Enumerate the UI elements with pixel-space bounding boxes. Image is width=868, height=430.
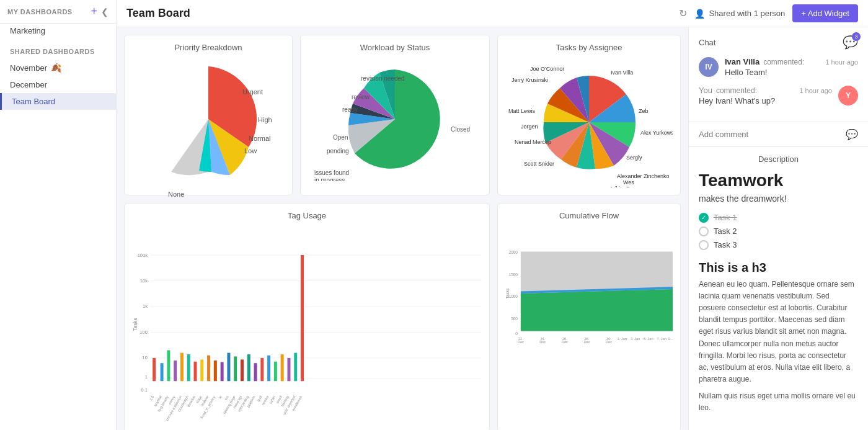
right-panel: Chat 💬 3 IV Ivan Villa commented: 1 hour…	[688, 27, 868, 430]
message-text-you: Hey Ivan! What's up?	[699, 96, 832, 105]
description-section: Description Teamwork makes the dreamwork…	[689, 147, 868, 430]
add-widget-button[interactable]: + Add Widget	[792, 4, 858, 22]
my-dashboards-label: MY DASHBOARDS	[7, 8, 73, 16]
send-icon[interactable]: 💬	[846, 128, 858, 140]
tag-bar-svg: 100k 10k 1k 100 10 1 0.1 Tasks	[132, 225, 482, 424]
bar-canny	[174, 361, 177, 381]
add-dashboard-icon[interactable]: +	[91, 5, 97, 18]
jerry-label: Jerry Krusinski	[512, 77, 548, 83]
task-check-2	[699, 226, 709, 236]
high-label: High	[258, 116, 272, 123]
november-emoji: 🍂	[51, 63, 61, 73]
matt-label: Matt Lewis	[508, 108, 536, 114]
header: Team Board ↻ 👤 Shared with 1 person + Ad…	[117, 0, 868, 27]
assignee-pie-svg: Ivan Villa Zeb Alex Yurkowski Alexander …	[505, 57, 673, 187]
bar-cloud	[187, 354, 190, 381]
flow-title: Cumulative Flow	[505, 211, 673, 220]
bar-fixed	[214, 361, 217, 381]
xl-ie: ie	[218, 395, 223, 400]
normal-label: Normal	[249, 135, 270, 142]
bar-chrome	[180, 353, 184, 382]
y-100k: 100k	[138, 253, 148, 258]
collapse-sidebar-icon[interactable]: ❮	[101, 7, 108, 17]
urgent-label: Urgent	[242, 88, 263, 96]
green-area	[521, 289, 673, 331]
bar-bug	[167, 350, 170, 381]
x-1jan: 1. Jan	[618, 337, 627, 341]
low-label: Low	[244, 147, 257, 155]
task-label-2: Task 2	[714, 226, 737, 236]
y-10k: 10k	[140, 278, 148, 284]
inprogress-label: in progress	[314, 177, 345, 181]
header-right: ↻ 👤 Shared with 1 person + Add Widget	[679, 4, 858, 22]
y-1: 1	[145, 374, 148, 380]
message-time-ivan: 1 hour ago	[825, 58, 858, 66]
sidebar-item-november[interactable]: November 🍂	[0, 59, 116, 76]
description-paragraph2: Nullam quis risus eget urna mollis ornar…	[699, 390, 858, 414]
priority-pie-svg: Urgent High Normal Low None	[134, 57, 283, 181]
flow-svg: 2000 1500 1000 500 0 Tasks 22.	[505, 225, 673, 362]
tag-chart: 100k 10k 1k 100 10 1 0.1 Tasks	[132, 225, 482, 424]
workload-pie-svg: Closed issues found in progress pending …	[308, 57, 482, 181]
sergly-label: Sergly	[626, 155, 642, 161]
bar-platform	[254, 363, 257, 381]
bar-safari	[274, 362, 277, 382]
y-01: 0.1	[141, 387, 148, 393]
bar-desktop	[194, 362, 197, 382]
header-title: Team Board	[126, 7, 190, 20]
alex-label: Alex Yurkowski	[640, 130, 673, 136]
bar-onboard	[247, 354, 250, 381]
y-1000: 1000	[509, 294, 518, 298]
bar-user	[294, 353, 297, 382]
bar-feature	[207, 356, 210, 381]
content-area: Priority Breakdown Urgent	[117, 27, 868, 430]
avatar-you: Y	[838, 86, 858, 105]
teamboard-label: Team Board	[12, 97, 55, 106]
xl-ios: ios	[224, 395, 229, 401]
chat-title: Chat	[699, 38, 715, 47]
chat-message-you: You commented: 1 hour ago Hey Ivan! What…	[699, 86, 858, 105]
widget-tag-usage: Tag Usage 100k 10k 1k 100 10 1 0.1 Tasks	[124, 203, 490, 430]
sidebar-item-teamboard[interactable]: Team Board	[0, 93, 116, 110]
message-action-ivan: commented:	[763, 58, 804, 66]
refresh-icon[interactable]: ↻	[679, 7, 687, 19]
bar-review	[267, 356, 270, 381]
bar-ie	[221, 362, 224, 382]
assignee-title: Tasks by Assignee	[505, 43, 673, 52]
y-0: 0	[515, 332, 518, 336]
shared-with-button[interactable]: 👤 Shared with 1 person	[694, 9, 785, 19]
closed-label: Closed	[451, 126, 470, 133]
x-dec3: Dec	[562, 340, 568, 344]
tasks-label-flow: Tasks	[505, 289, 510, 298]
task-label-1: Task 1	[714, 213, 737, 222]
chat-badge: 3	[852, 32, 861, 41]
task-item-3: Task 3	[699, 238, 858, 252]
review-label: review	[352, 94, 370, 101]
task-list: ✓ Task 1 Task 2 Task 3	[699, 211, 858, 252]
add-comment-bar[interactable]: 💬	[689, 122, 868, 147]
description-heading: Teamwork	[699, 170, 858, 191]
header-left: Team Board	[126, 7, 190, 20]
marketing-item[interactable]: Marketing	[0, 24, 116, 40]
zeb-label: Zeb	[639, 108, 649, 114]
november-label: November	[10, 63, 47, 73]
message-text-ivan: Hello Team!	[725, 68, 858, 77]
revision-label: revision needed	[361, 75, 405, 82]
sidebar-item-december[interactable]: December	[0, 76, 116, 93]
task-check-1: ✓	[699, 213, 709, 223]
sidebar-top-bar: MY DASHBOARDS + ❮	[0, 0, 116, 24]
ready-label: ready	[342, 106, 358, 113]
main-area: Team Board ↻ 👤 Shared with 1 person + Ad…	[117, 0, 868, 430]
chat-icon: 💬 3	[843, 35, 858, 50]
x-dec2: Dec	[539, 340, 546, 344]
task-check-3	[699, 240, 709, 250]
message-header-ivan: Ivan Villa commented: 1 hour ago	[725, 57, 858, 66]
priority-chart: Urgent High Normal Low None	[132, 57, 285, 181]
priority-title: Priority Breakdown	[132, 43, 285, 52]
y-2000: 2000	[509, 250, 518, 254]
person-icon: 👤	[694, 9, 705, 19]
pending-label: pending	[327, 148, 349, 155]
bar-10	[153, 358, 156, 381]
add-comment-input[interactable]	[699, 130, 846, 139]
widget-workload: Workload by Status	[300, 35, 490, 195]
